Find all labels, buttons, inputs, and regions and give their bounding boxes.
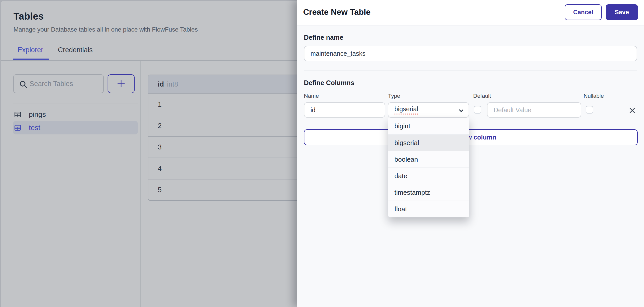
type-option-bigserial[interactable]: bigserial (388, 134, 469, 151)
default-value-input[interactable] (487, 102, 581, 118)
define-name-label: Define name (304, 34, 343, 41)
default-checkbox[interactable] (474, 106, 481, 114)
column-header-name: Name (304, 93, 319, 99)
drawer-title: Create New Table (303, 7, 370, 17)
type-option-timestamptz[interactable]: timestamptz (388, 184, 469, 201)
type-option-float[interactable]: float (388, 201, 469, 217)
cancel-button[interactable]: Cancel (565, 4, 602, 20)
column-header-nullable: Nullable (584, 93, 604, 99)
type-dropdown-menu: bigint bigserial boolean date timestampt… (388, 118, 469, 217)
save-button[interactable]: Save (606, 4, 638, 20)
column-type-value: bigserial (394, 105, 418, 115)
section-divider (304, 153, 638, 153)
remove-column-icon[interactable] (628, 107, 636, 114)
column-name-input[interactable] (304, 102, 385, 118)
column-header-type: Type (388, 93, 400, 99)
column-header-default: Default (473, 93, 491, 99)
create-table-drawer: Create New Table Cancel Save Define name… (297, 0, 644, 307)
type-option-boolean[interactable]: boolean (388, 151, 469, 168)
type-option-bigint[interactable]: bigint (388, 118, 469, 134)
drawer-header: Create New Table Cancel Save (297, 0, 644, 25)
nullable-checkbox[interactable] (586, 106, 593, 114)
type-option-date[interactable]: date (388, 168, 469, 184)
table-name-input[interactable] (304, 46, 637, 61)
define-columns-label: Define Columns (304, 79, 354, 87)
chevron-down-icon (458, 107, 465, 114)
section-divider (304, 70, 637, 71)
add-new-column-button[interactable]: Add new column (304, 129, 638, 145)
column-type-select[interactable]: bigserial (388, 102, 469, 118)
